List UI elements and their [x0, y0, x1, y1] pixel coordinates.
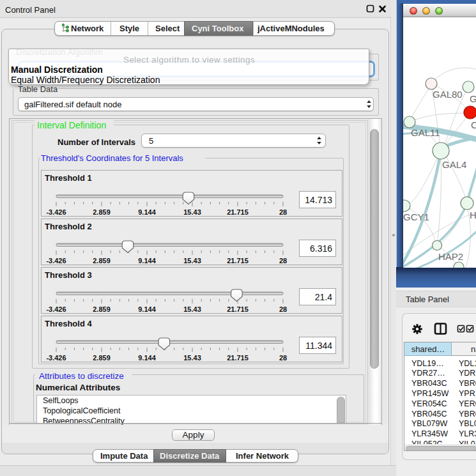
svg-text:21.715: 21.715 — [227, 257, 249, 265]
svg-text:GAL4: GAL4 — [442, 159, 466, 170]
svg-text:2.859: 2.859 — [93, 354, 111, 362]
svg-text:-3.426: -3.426 — [46, 257, 66, 265]
svg-text:C: C — [471, 119, 476, 130]
svg-text:15.43: 15.43 — [183, 354, 201, 362]
svg-text:28: 28 — [279, 257, 287, 265]
svg-text:9.144: 9.144 — [138, 208, 156, 216]
svg-text:28: 28 — [279, 305, 287, 313]
svg-text:21.715: 21.715 — [227, 305, 249, 313]
svg-text:15.43: 15.43 — [183, 305, 201, 313]
svg-text:9.144: 9.144 — [138, 257, 156, 265]
svg-text:-3.426: -3.426 — [46, 354, 66, 362]
svg-text:21.715: 21.715 — [227, 208, 249, 216]
svg-text:H: H — [470, 210, 476, 220]
svg-text:21.715: 21.715 — [227, 354, 249, 362]
svg-text:G: G — [470, 93, 476, 104]
svg-text:28: 28 — [279, 354, 287, 362]
svg-text:HAP2: HAP2 — [438, 251, 463, 262]
svg-text:-3.426: -3.426 — [46, 305, 66, 313]
svg-text:15.43: 15.43 — [183, 208, 201, 216]
svg-text:GCY1: GCY1 — [403, 211, 429, 222]
svg-text:-3.426: -3.426 — [46, 208, 66, 216]
svg-text:28: 28 — [279, 208, 287, 216]
svg-text:2.859: 2.859 — [93, 257, 111, 265]
svg-text:9.144: 9.144 — [138, 305, 156, 313]
svg-text:GAL80: GAL80 — [433, 89, 463, 100]
svg-text:2.859: 2.859 — [93, 305, 111, 313]
svg-text:2.859: 2.859 — [93, 208, 111, 216]
svg-text:GAL11: GAL11 — [411, 127, 440, 138]
svg-text:9.144: 9.144 — [138, 354, 156, 362]
svg-text:15.43: 15.43 — [183, 257, 201, 265]
